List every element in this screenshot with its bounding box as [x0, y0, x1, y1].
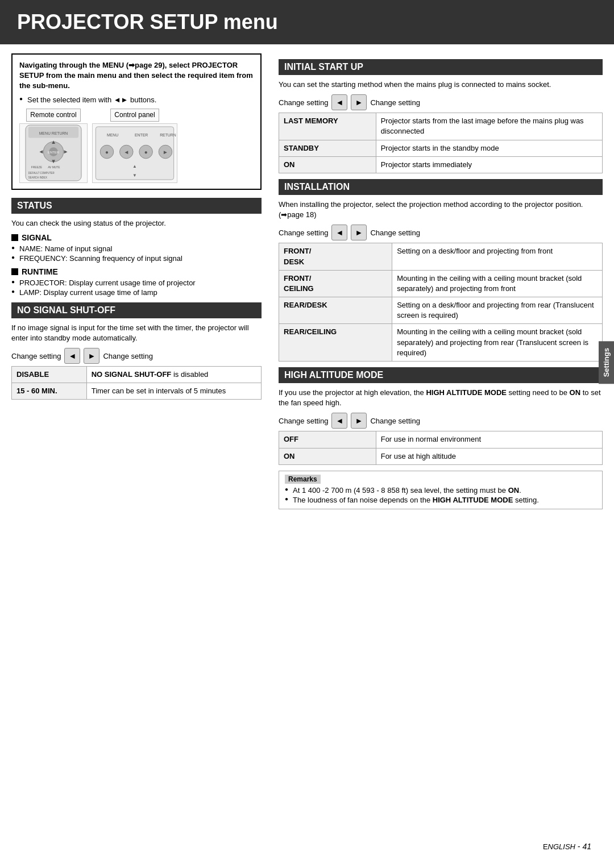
remote-control-diagram: Remote control MENU RETURN ENTER ◄ ► ▲ ▼: [19, 109, 88, 183]
svg-text:ENTER: ENTER: [48, 151, 59, 154]
high-altitude-change-left-label: Change setting: [279, 417, 328, 425]
remote-label: Remote control: [26, 109, 80, 122]
remark-2: The loudness of fan noise depends on the…: [285, 496, 596, 504]
rear-ceiling-val: Mounting in the ceiling with a ceiling m…: [392, 324, 603, 362]
svg-text:◄: ◄: [123, 149, 129, 155]
off-key: OFF: [279, 431, 376, 448]
initial-change-left-label: Change setting: [279, 98, 328, 107]
table-row: REAR/CEILING Mounting in the ceiling wit…: [279, 324, 603, 362]
remarks-header: Remarks: [285, 475, 321, 484]
runtime-bullet-1: PROJECTOR: Display current usage time of…: [11, 279, 262, 287]
initial-startup-header: INITIAL START UP: [279, 59, 603, 75]
runtime-list: PROJECTOR: Display current usage time of…: [11, 279, 262, 297]
svg-text:MENU: MENU: [107, 132, 118, 136]
table-row: FRONT/DESK Setting on a desk/floor and p…: [279, 243, 603, 270]
front-ceiling-val: Mounting in the ceiling with a ceiling m…: [392, 270, 603, 297]
signal-icon: [11, 234, 18, 241]
no-signal-table: DISABLE NO SIGNAL SHUT-OFF is disabled 1…: [11, 366, 262, 400]
svg-text:SEARCH INDEX: SEARCH INDEX: [28, 176, 47, 179]
remark-1: At 1 400 -2 700 m (4 593 - 8 858 ft) sea…: [285, 486, 596, 495]
intro-bullet: Set the selected item with ◄► buttons.: [19, 95, 254, 105]
arrow-left-installation-icon[interactable]: ◄: [331, 225, 347, 240]
signal-list: NAME: Name of input signal FREQUENCY: Sc…: [11, 244, 262, 263]
on-altitude-key: ON: [279, 448, 376, 464]
svg-text:▲: ▲: [51, 139, 56, 145]
svg-text:DEFAULT COMPUTER: DEFAULT COMPUTER: [28, 172, 55, 175]
arrow-right-altitude-icon[interactable]: ►: [351, 413, 367, 429]
svg-text:►: ►: [163, 149, 168, 155]
no-signal-val-1: NO SIGNAL SHUT-OFF is disabled: [86, 367, 261, 383]
signal-bullet-2: FREQUENCY: Scanning frequency of input s…: [11, 254, 262, 263]
front-desk-key: FRONT/DESK: [279, 243, 392, 270]
no-signal-header: NO SIGNAL SHUT-OFF: [11, 302, 262, 318]
no-signal-key-2: 15 - 60 MIN.: [12, 383, 87, 400]
high-altitude-text: If you use the projector at high elevati…: [279, 388, 603, 408]
table-row: DISABLE NO SIGNAL SHUT-OFF is disabled: [12, 367, 262, 383]
table-row: OFF For use in normal environment: [279, 431, 603, 448]
on-altitude-val: For use at high altitude: [376, 448, 602, 464]
no-signal-val-2: Timer can be set in intervals of 5 minut…: [86, 383, 261, 400]
front-desk-val: Setting on a desk/floor and projecting f…: [392, 243, 603, 270]
table-row: LAST MEMORY Projector starts from the la…: [279, 113, 603, 140]
installation-text: When installing the projector, select th…: [279, 200, 603, 220]
no-signal-key-1: DISABLE: [12, 367, 87, 383]
table-row: ON Projector starts immediately: [279, 156, 603, 173]
signal-header: SIGNAL: [11, 233, 262, 242]
rear-ceiling-key: REAR/CEILING: [279, 324, 392, 362]
initial-startup-table: LAST MEMORY Projector starts from the la…: [279, 113, 603, 173]
svg-text:MENU    RETURN: MENU RETURN: [39, 131, 68, 135]
runtime-icon: [11, 268, 18, 275]
arrow-right-initial-icon[interactable]: ►: [351, 94, 367, 110]
off-val: For use in normal environment: [376, 431, 602, 448]
high-altitude-table: OFF For use in normal environment ON For…: [279, 431, 603, 464]
standby-val: Projector starts in the standby mode: [376, 140, 602, 156]
arrow-left-initial-icon[interactable]: ◄: [331, 94, 347, 110]
table-row: STANDBY Projector starts in the standby …: [279, 140, 603, 156]
remarks-box: Remarks At 1 400 -2 700 m (4 593 - 8 858…: [279, 471, 603, 509]
control-panel-diagram: Control panel MENU ENTER RETURN ● ◄: [92, 109, 177, 183]
on-val: Projector starts immediately: [376, 156, 602, 173]
svg-text:▲: ▲: [132, 163, 137, 168]
intro-box: Navigating through the MENU (➡page 29), …: [11, 53, 262, 190]
panel-label: Control panel: [110, 109, 159, 122]
installation-table: FRONT/DESK Setting on a desk/floor and p…: [279, 243, 603, 362]
no-signal-text: If no image signal is input for the time…: [11, 323, 262, 343]
intro-text: Navigating through the MENU (➡page 29), …: [19, 60, 254, 92]
svg-text:FREEZE: FREEZE: [31, 166, 43, 169]
page-title: PROJECTOR SETUP menu: [0, 0, 614, 44]
arrow-left-icon[interactable]: ◄: [64, 348, 80, 364]
svg-text:▼: ▼: [51, 157, 56, 164]
page-footer: ENGLISH - 41: [520, 836, 614, 857]
front-ceiling-key: FRONT/CEILING: [279, 270, 392, 297]
high-altitude-change-setting-row: Change setting ◄ ► Change setting: [279, 413, 603, 429]
remarks-list: At 1 400 -2 700 m (4 593 - 8 858 ft) sea…: [285, 486, 596, 504]
arrow-right-installation-icon[interactable]: ►: [351, 225, 367, 240]
standby-key: STANDBY: [279, 140, 376, 156]
rear-desk-val: Setting on a desk/floor and projecting f…: [392, 297, 603, 324]
runtime-bullet-2: LAMP: Display current usage time of lamp: [11, 288, 262, 297]
remote-diagrams: Remote control MENU RETURN ENTER ◄ ► ▲ ▼: [19, 109, 254, 183]
svg-text:▼: ▼: [132, 173, 137, 178]
table-row: ON For use at high altitude: [279, 448, 603, 464]
last-memory-val: Projector starts from the last image bef…: [376, 113, 602, 140]
svg-text:●: ●: [144, 149, 148, 155]
table-row: REAR/DESK Setting on a desk/floor and pr…: [279, 297, 603, 324]
initial-change-setting-row: Change setting ◄ ► Change setting: [279, 94, 603, 110]
arrow-left-altitude-icon[interactable]: ◄: [331, 413, 347, 429]
svg-text:◄: ◄: [39, 148, 44, 155]
no-signal-change-left-label: Change setting: [11, 352, 61, 360]
no-signal-change-setting-row: Change setting ◄ ► Change setting: [11, 348, 262, 364]
svg-text:AV MUTE: AV MUTE: [48, 166, 60, 169]
installation-change-left-label: Change setting: [279, 229, 328, 237]
initial-change-right-label: Change setting: [370, 98, 420, 107]
initial-startup-text: You can set the starting method when the…: [279, 80, 603, 90]
signal-bullet-1: NAME: Name of input signal: [11, 244, 262, 253]
table-row: FRONT/CEILING Mounting in the ceiling wi…: [279, 270, 603, 297]
arrow-right-icon[interactable]: ►: [84, 348, 99, 364]
svg-text:ENTER: ENTER: [135, 132, 148, 136]
settings-tab: Settings: [599, 341, 614, 384]
rear-desk-key: REAR/DESK: [279, 297, 392, 324]
high-altitude-change-right-label: Change setting: [370, 417, 420, 425]
runtime-header: RUNTIME: [11, 267, 262, 276]
svg-text:►: ►: [63, 148, 69, 155]
